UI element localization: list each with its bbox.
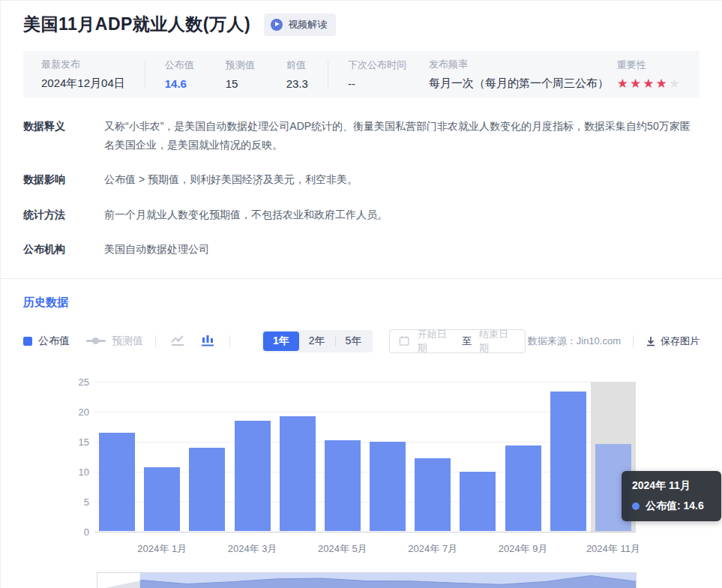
bar-2024年 9月[interactable] (505, 446, 541, 530)
x-tick-label: 2024年 3月 (228, 542, 277, 556)
y-tick-label: 0 (59, 526, 89, 537)
legend-square-icon (23, 337, 32, 346)
stat-label: 最新发布 (41, 58, 125, 71)
bar-2024年 3月[interactable] (235, 421, 271, 530)
stat-frequency: 发布频率 每月一次（每月的第一个周三公布） (429, 58, 609, 91)
calendar-icon (399, 335, 409, 346)
stat-label: 前值 (286, 58, 308, 72)
bar-chart-icon[interactable] (198, 333, 217, 350)
info-row: 数据影响公布值 > 预期值，则利好美国经济及美元，利空非美。 (23, 170, 700, 189)
legend-forecast[interactable]: 预测值 (86, 334, 143, 348)
x-tick-label: 2024年 7月 (408, 542, 457, 556)
page: 美国11月ADP就业人数(万人) 视频解读 最新发布 2024年12月04日 公… (0, 0, 722, 588)
divider (145, 60, 145, 88)
bar-2024年 2月[interactable] (189, 448, 225, 531)
plot-area[interactable] (94, 382, 636, 532)
stat-value: 23.3 (286, 77, 308, 90)
star-icon: ★ (630, 76, 643, 91)
legend-label: 公布值 (38, 334, 70, 348)
info-label: 统计方法 (23, 206, 77, 224)
bar-2024年 5月[interactable] (325, 440, 361, 531)
x-tick-label: 2024年 1月 (137, 542, 187, 556)
page-title: 美国11月ADP就业人数(万人) (23, 13, 250, 36)
bar-2024年 4月[interactable] (280, 416, 316, 531)
tooltip-title: 2024年 11月 (632, 479, 711, 493)
divider (229, 335, 230, 347)
x-tick-label: 2024年 11月 (586, 542, 640, 556)
stat-next-release: 下次公布时间 -- (348, 58, 406, 90)
tooltip-series-dot (632, 502, 640, 510)
legend-published[interactable]: 公布值 (23, 334, 70, 348)
gridline (94, 382, 636, 382)
section-divider (1, 278, 722, 279)
stat-published: 公布值 14.6 (165, 58, 194, 90)
divider (155, 335, 156, 347)
bar-2024年 8月[interactable] (460, 472, 496, 530)
bar-2024年 7月[interactable] (415, 458, 451, 531)
info-text: 公布值 > 预期值，则利好美国经济及美元，利空非美。 (104, 170, 358, 189)
data-zoom-slider[interactable] (97, 572, 637, 588)
range-button-1年[interactable]: 1年 (263, 332, 299, 351)
y-tick-label: 15 (59, 436, 89, 447)
download-icon (646, 336, 656, 346)
info-label: 公布机构 (23, 240, 77, 259)
bar-2024年 10月[interactable] (550, 392, 586, 530)
divider (328, 60, 328, 88)
y-tick-label: 25 (59, 376, 89, 387)
y-tick-label: 20 (59, 406, 89, 417)
stat-forecast: 预测值 15 (226, 58, 255, 90)
star-icon: ★ (656, 76, 669, 91)
stat-label: 下次公布时间 (348, 58, 406, 72)
bar-2023年 12月[interactable] (99, 433, 135, 530)
end-date-input[interactable]: 结束日期 (479, 328, 516, 355)
video-badge-label: 视频解读 (288, 18, 327, 32)
y-tick-label: 10 (59, 466, 89, 477)
importance-stars: ★★★★★ (617, 77, 682, 90)
stat-importance: 重要性 ★★★★★ (617, 58, 682, 90)
x-tick-label: 2024年 9月 (499, 542, 548, 556)
divider (633, 335, 634, 347)
date-range-separator: 至 (462, 334, 472, 348)
info-row: 公布机构美国自动数据处理公司 (23, 240, 700, 259)
range-button-2年[interactable]: 2年 (299, 332, 335, 351)
bar-2024年 6月[interactable] (370, 442, 406, 531)
stat-label: 公布值 (165, 58, 194, 72)
legend-label: 预测值 (112, 334, 143, 348)
history-bar-chart: 0510152025 2024年 1月2024年 3月2024年 5月2024年… (1, 376, 722, 588)
stat-label: 预测值 (226, 58, 255, 72)
info-label: 数据影响 (23, 170, 77, 189)
date-range-picker[interactable]: 开始日期 至 结束日期 (389, 329, 526, 353)
stat-value-published: 14.6 (165, 77, 194, 90)
info-section: 数据释义又称“小非农”，是美国自动数据处理公司ADP统计的、衡量美国私营部门非农… (23, 117, 700, 259)
info-text: 又称“小非农”，是美国自动数据处理公司ADP统计的、衡量美国私营部门非农就业人数… (104, 117, 700, 154)
star-icon: ★ (643, 76, 655, 91)
y-tick-label: 5 (59, 496, 89, 507)
stat-previous: 前值 23.3 (286, 58, 308, 90)
x-axis-line (94, 532, 636, 532)
tooltip-value: 公布值: 14.6 (646, 500, 704, 513)
bar-2024年 1月[interactable] (144, 467, 180, 531)
start-date-input[interactable]: 开始日期 (418, 328, 454, 355)
stat-value: -- (348, 77, 406, 90)
save-image-button[interactable]: 保存图片 (646, 334, 700, 348)
stat-value: 15 (226, 77, 255, 90)
line-chart-icon[interactable] (168, 333, 187, 350)
x-tick-label: 2024年 5月 (318, 542, 367, 556)
tab-history-data[interactable]: 历史数据 (23, 296, 700, 310)
range-segmented-control: 1年2年5年 (262, 330, 373, 352)
info-text: 前一个月就业人数变化预期值，不包括农业和政府工作人员。 (104, 206, 388, 224)
play-icon (271, 19, 283, 31)
legend-line-dot-icon (86, 340, 106, 342)
range-button-5年[interactable]: 5年 (336, 332, 372, 351)
star-icon: ★ (617, 76, 630, 91)
stat-value: 每月一次（每月的第一个周三公布） (429, 76, 609, 91)
stat-value: 2024年12月04日 (41, 76, 125, 91)
data-source-label: 数据来源：Jin10.com (528, 334, 621, 348)
video-explain-button[interactable]: 视频解读 (264, 14, 336, 36)
info-text: 美国自动数据处理公司 (104, 240, 209, 259)
chart-controls: 公布值 预测值 1年2年5年 (23, 329, 700, 353)
stat-label: 重要性 (617, 58, 682, 72)
save-image-label: 保存图片 (661, 334, 700, 348)
controls-right: 数据来源：Jin10.com 保存图片 (528, 334, 700, 348)
stats-bar: 最新发布 2024年12月04日 公布值 14.6 预测值 15 前值 23.3… (23, 51, 700, 98)
